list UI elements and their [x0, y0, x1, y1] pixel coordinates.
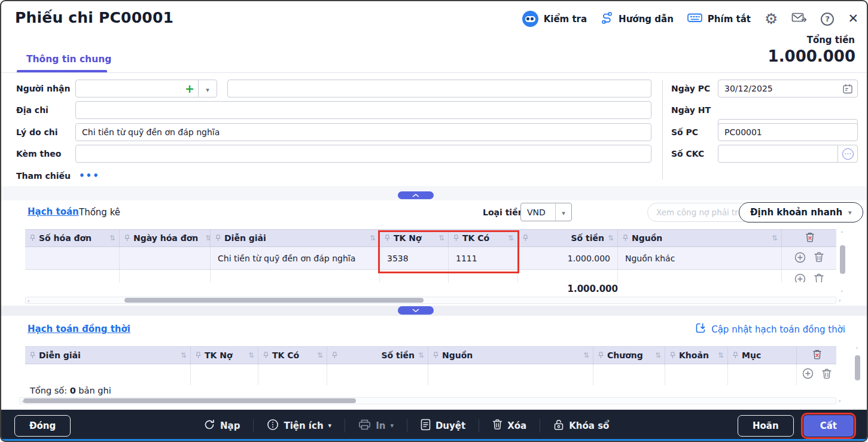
delete-row-icon[interactable] [814, 252, 824, 264]
print-button[interactable]: In ▾ [358, 419, 394, 433]
pin-icon[interactable] [598, 352, 604, 359]
pin-icon[interactable] [523, 234, 528, 242]
pin-icon[interactable] [385, 234, 390, 242]
hscrollbar-thumb[interactable] [124, 298, 424, 303]
hscroll-left-arrow[interactable]: ‹ [28, 298, 30, 304]
recipient-name-input[interactable] [227, 80, 651, 97]
reference-more-button[interactable]: ••• [79, 170, 100, 181]
col-header-description[interactable]: Diễn giải⇅ [25, 347, 191, 364]
sort-icon[interactable]: ⇅ [655, 351, 661, 359]
col-header-debit-account[interactable]: TK Nợ⇅ [380, 230, 449, 246]
col-header-description[interactable]: Diễn giải⇅ [211, 230, 380, 246]
cell-source[interactable]: Nguồn khác [618, 247, 782, 269]
calendar-icon[interactable] [843, 84, 852, 94]
send-feedback-button[interactable] [791, 11, 807, 26]
col-header-invoice-date[interactable]: Ngày hóa đơn⇅ [120, 230, 211, 246]
help-button[interactable]: ? [821, 13, 834, 26]
cell-description[interactable]: Chi tiền từ quỹ đền ơn đáp nghĩa [211, 247, 380, 269]
table-row-empty[interactable] [25, 364, 836, 385]
sort-icon[interactable]: ⇅ [418, 351, 424, 359]
col-header-credit-account[interactable]: TK Có⇅ [449, 230, 518, 246]
sort-icon[interactable]: ⇅ [109, 234, 115, 242]
col-header-invoice-no[interactable]: Số hóa đơn⇅ [25, 230, 120, 246]
postpone-button[interactable]: Hoãn [738, 415, 794, 437]
reason-input[interactable] [75, 123, 651, 141]
add-row-icon[interactable] [802, 368, 814, 381]
col-header-amount[interactable]: Số tiền⇅ [518, 230, 618, 246]
col-header-actions[interactable] [782, 230, 836, 246]
tab-general-info[interactable]: Thông tin chung [26, 54, 111, 65]
vscrollbar-thumb[interactable] [855, 355, 860, 380]
cell-debit-account[interactable]: 3538 [380, 247, 449, 269]
collapse-down-button[interactable] [398, 306, 434, 315]
number-ckc-field[interactable]: ⋯ [718, 145, 858, 163]
vscroll-up-arrow[interactable]: ˄ [855, 347, 858, 353]
delete-button[interactable]: Xóa [492, 419, 526, 432]
col-header-amount[interactable]: Số tiền⇅ [327, 347, 428, 364]
recipient-dropdown-button[interactable]: ▾ [199, 83, 217, 95]
col-header-actions[interactable] [797, 347, 836, 364]
address-input[interactable] [75, 101, 651, 119]
attachment-input[interactable] [75, 145, 651, 163]
add-recipient-icon[interactable]: + [181, 81, 198, 96]
hscroll-right-arrow[interactable]: › [839, 298, 841, 303]
date-pc-field[interactable] [718, 80, 858, 97]
hscrollbar[interactable]: ‹ [19, 397, 836, 404]
sort-icon[interactable]: ⇅ [317, 351, 323, 359]
pin-icon[interactable] [332, 352, 337, 359]
close-voucher-button[interactable]: Đóng [14, 415, 71, 437]
date-pc-input[interactable] [718, 80, 858, 97]
table-row[interactable]: Chi tiền từ quỹ đền ơn đáp nghĩa 3538 11… [25, 247, 836, 270]
reload-button[interactable]: Nạp [203, 419, 240, 433]
sort-icon[interactable]: ⇅ [438, 234, 444, 242]
pin-icon[interactable] [30, 234, 35, 242]
recipient-input[interactable] [76, 81, 181, 96]
quick-entry-button[interactable]: Định khoản nhanh ▾ [739, 202, 863, 222]
add-row-icon[interactable] [794, 273, 806, 283]
approve-button[interactable]: Duyệt [421, 419, 465, 433]
pin-icon[interactable] [733, 352, 738, 359]
col-header-source[interactable]: Nguồn⇅ [428, 347, 593, 364]
cell-credit-account[interactable]: 1111 [449, 247, 518, 269]
pin-icon[interactable] [215, 234, 221, 242]
pin-icon[interactable] [623, 234, 628, 242]
pin-icon[interactable] [263, 352, 269, 359]
settings-button[interactable]: ⚙ [765, 11, 778, 26]
vscroll-down-arrow[interactable]: ˅ [840, 291, 843, 296]
cell-amount[interactable]: 1.000.000 [518, 247, 618, 269]
pin-icon[interactable] [196, 352, 201, 359]
tab-statistics[interactable]: Thống kê [79, 207, 120, 218]
sort-icon[interactable]: ⇅ [608, 234, 614, 242]
hscrollbar-thumb[interactable] [23, 398, 356, 403]
hscroll-right-arrow[interactable]: › [839, 398, 841, 404]
sort-icon[interactable]: ⇅ [508, 234, 514, 242]
view-debt-button[interactable]: Xem công nợ phải trả [647, 203, 752, 222]
sort-icon[interactable]: ⇅ [181, 351, 187, 359]
number-pc-input[interactable] [718, 123, 858, 141]
col-header-item[interactable]: Khoản⇅ [665, 347, 728, 364]
cell-invoice-date[interactable] [120, 247, 211, 269]
check-button[interactable]: Kiểm tra [522, 11, 587, 27]
save-button[interactable]: Cất [803, 415, 854, 437]
pin-icon[interactable] [433, 352, 438, 359]
col-header-debit-account[interactable]: TK Nợ⇅ [191, 347, 258, 364]
pin-icon[interactable] [30, 352, 35, 359]
pin-icon[interactable] [453, 234, 459, 242]
sort-icon[interactable]: ⇅ [772, 234, 778, 242]
hscrollbar[interactable]: ‹ [25, 297, 836, 304]
currency-dropdown-button[interactable]: ▾ [556, 206, 571, 218]
vscrollbar-thumb[interactable] [840, 245, 845, 274]
currency-select[interactable]: VND ▾ [520, 203, 572, 221]
shortcut-button[interactable]: Phím tắt [687, 12, 751, 26]
delete-row-icon[interactable] [814, 273, 824, 282]
sort-icon[interactable]: ⇅ [248, 351, 254, 359]
ckc-more-button[interactable]: ⋯ [838, 148, 857, 160]
collapse-up-button[interactable] [398, 191, 434, 199]
utilities-button[interactable]: Tiện ích ▾ [267, 419, 331, 433]
vscroll-up-arrow[interactable]: ˄ [840, 231, 843, 237]
sort-icon[interactable]: ⇅ [370, 234, 376, 242]
pin-icon[interactable] [670, 352, 675, 359]
add-row-icon[interactable] [794, 252, 806, 265]
cell-invoice-no[interactable] [25, 247, 120, 269]
guide-button[interactable]: Hướng dẫn [601, 11, 674, 26]
